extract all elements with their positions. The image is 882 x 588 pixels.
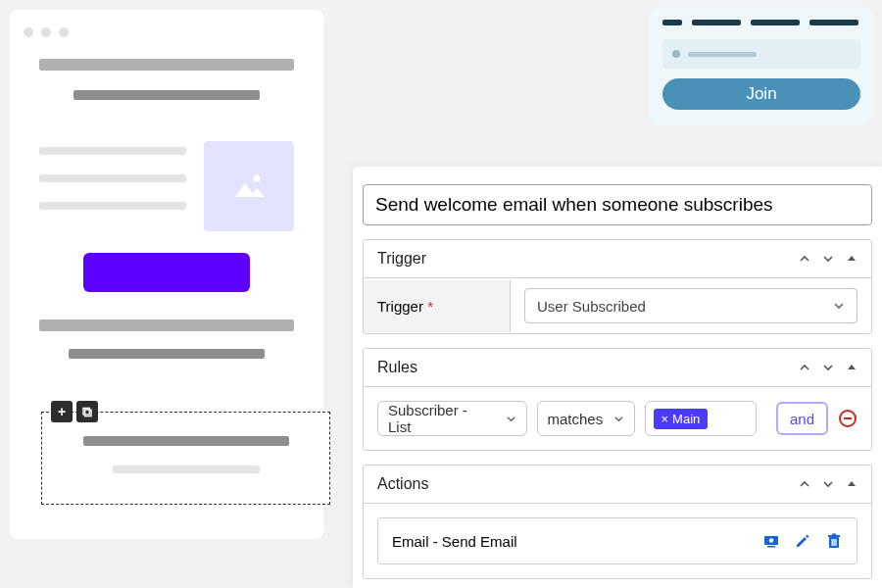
rule-field-select[interactable]: Subscriber - List <box>377 401 527 436</box>
svg-rect-6 <box>767 546 775 548</box>
trigger-field-label: Trigger * <box>364 280 511 332</box>
text-placeholder <box>39 174 186 182</box>
section-heading: Rules <box>377 359 417 376</box>
value-tag[interactable]: ×Main <box>654 409 709 429</box>
automation-panel: Trigger Trigger * User Subscribed <box>353 167 882 588</box>
rules-section: Rules Subscriber - List matches a ×Main <box>363 348 872 451</box>
move-down-icon[interactable] <box>822 253 834 265</box>
subheading-placeholder <box>74 90 260 100</box>
automation-title-input[interactable] <box>363 184 872 225</box>
window-dots <box>10 27 323 37</box>
text-placeholder <box>113 466 260 473</box>
action-item: Email - Send Email <box>377 517 858 564</box>
widget-skeleton <box>662 20 860 25</box>
subheading-placeholder <box>69 349 265 359</box>
chevron-down-icon <box>833 300 845 312</box>
svg-rect-10 <box>832 539 833 546</box>
duplicate-block-button[interactable]: ⧉ <box>76 401 98 422</box>
svg-rect-12 <box>835 539 836 546</box>
chevron-down-icon <box>506 414 516 424</box>
move-up-icon[interactable] <box>799 478 810 490</box>
window-dot-icon <box>24 27 33 37</box>
collapse-icon[interactable] <box>846 478 858 490</box>
email-input-placeholder[interactable] <box>662 39 860 69</box>
signup-widget: Join <box>649 6 874 125</box>
image-placeholder <box>204 141 294 231</box>
section-heading: Trigger <box>377 250 426 268</box>
chevron-down-icon <box>613 414 624 424</box>
svg-point-5 <box>769 538 773 542</box>
actions-section: Actions Email - Send Email <box>363 465 872 579</box>
block-toolbar: + ⧉ <box>51 401 98 422</box>
move-down-icon[interactable] <box>822 478 834 490</box>
heading-placeholder <box>39 319 294 331</box>
window-dot-icon <box>41 27 51 37</box>
heading-placeholder <box>39 59 294 71</box>
edit-action-icon[interactable] <box>794 532 811 550</box>
collapse-icon[interactable] <box>846 253 858 265</box>
svg-rect-9 <box>832 534 836 536</box>
remove-rule-icon[interactable] <box>838 409 858 428</box>
text-placeholder <box>39 147 186 155</box>
rule-operator-select[interactable]: matches a <box>537 401 635 436</box>
add-block-button[interactable]: + <box>51 401 73 422</box>
move-up-icon[interactable] <box>799 253 810 265</box>
join-button[interactable]: Join <box>662 78 860 110</box>
rule-value-input[interactable]: ×Main <box>645 401 757 436</box>
boolean-toggle[interactable]: and <box>776 402 828 435</box>
window-dot-icon <box>59 27 69 37</box>
collapse-icon[interactable] <box>846 362 858 373</box>
delete-action-icon[interactable] <box>825 532 843 550</box>
text-placeholder <box>39 202 186 210</box>
section-heading: Actions <box>377 475 428 493</box>
trigger-select[interactable]: User Subscribed <box>524 288 858 323</box>
svg-marker-1 <box>235 183 265 197</box>
editor-dropzone[interactable] <box>41 412 330 505</box>
preview-action-icon[interactable] <box>762 532 780 550</box>
move-up-icon[interactable] <box>799 362 810 373</box>
cta-button-placeholder <box>83 253 250 292</box>
svg-rect-11 <box>833 539 834 546</box>
text-placeholder <box>83 436 289 446</box>
action-label: Email - Send Email <box>392 533 517 550</box>
move-down-icon[interactable] <box>822 362 834 373</box>
svg-point-0 <box>254 175 261 182</box>
trigger-section: Trigger Trigger * User Subscribed <box>363 239 872 334</box>
tag-remove-icon[interactable]: × <box>662 412 669 426</box>
